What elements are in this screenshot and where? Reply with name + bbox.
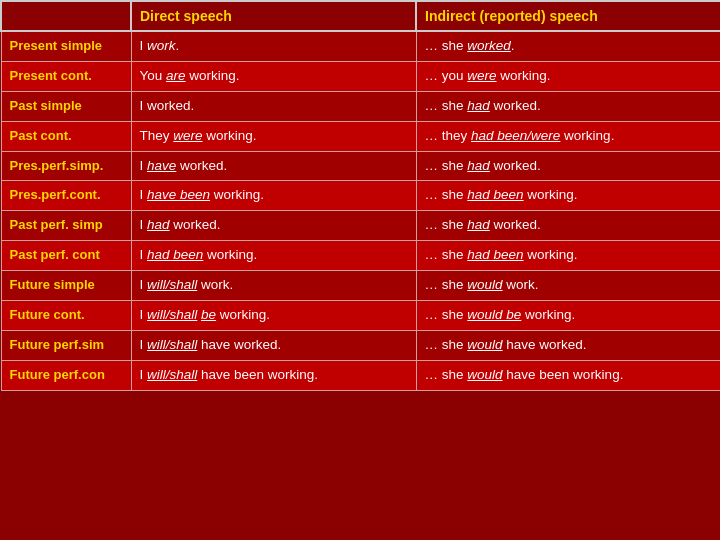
indirect-speech-cell: … she would have worked.	[416, 330, 720, 360]
row-label: Pres.perf.simp.	[1, 151, 131, 181]
header-direct-speech: Direct speech	[131, 1, 416, 31]
direct-speech-cell: You are working.	[131, 61, 416, 91]
direct-speech-cell: I have been working.	[131, 181, 416, 211]
row-label: Present simple	[1, 31, 131, 61]
table-row: Present cont.You are working.… you were …	[1, 61, 720, 91]
grammar-table: Direct speech Indirect (reported) speech…	[0, 0, 720, 391]
table-row: Future cont.I will/shall be working.… sh…	[1, 301, 720, 331]
direct-speech-cell: I will/shall have been working.	[131, 360, 416, 390]
row-label: Pres.perf.cont.	[1, 181, 131, 211]
table-row: Future simpleI will/shall work.… she wou…	[1, 271, 720, 301]
indirect-speech-cell: … she had worked.	[416, 151, 720, 181]
table-row: Present simpleI work.… she worked.	[1, 31, 720, 61]
direct-speech-cell: I work.	[131, 31, 416, 61]
direct-speech-cell: They were working.	[131, 121, 416, 151]
row-label: Future perf.sim	[1, 330, 131, 360]
indirect-speech-cell: … she would be working.	[416, 301, 720, 331]
indirect-speech-cell: … she would work.	[416, 271, 720, 301]
direct-speech-cell: I will/shall be working.	[131, 301, 416, 331]
row-label: Future cont.	[1, 301, 131, 331]
table-row: Pres.perf.cont.I have been working.… she…	[1, 181, 720, 211]
indirect-speech-cell: … she worked.	[416, 31, 720, 61]
row-label: Past perf. simp	[1, 211, 131, 241]
table-row: Pres.perf.simp.I have worked.… she had w…	[1, 151, 720, 181]
direct-speech-cell: I will/shall work.	[131, 271, 416, 301]
indirect-speech-cell: … you were working.	[416, 61, 720, 91]
indirect-speech-cell: … she had been working.	[416, 241, 720, 271]
row-label: Present cont.	[1, 61, 131, 91]
row-label: Past perf. cont	[1, 241, 131, 271]
row-label: Past cont.	[1, 121, 131, 151]
direct-speech-cell: I worked.	[131, 91, 416, 121]
table-row: Past perf. contI had been working.… she …	[1, 241, 720, 271]
header-empty	[1, 1, 131, 31]
header-indirect-speech: Indirect (reported) speech	[416, 1, 720, 31]
table-row: Future perf.simI will/shall have worked.…	[1, 330, 720, 360]
indirect-speech-cell: … she had worked.	[416, 211, 720, 241]
indirect-speech-cell: … she would have been working.	[416, 360, 720, 390]
direct-speech-cell: I will/shall have worked.	[131, 330, 416, 360]
direct-speech-cell: I had been working.	[131, 241, 416, 271]
table-row: Past simpleI worked.… she had worked.	[1, 91, 720, 121]
row-label: Past simple	[1, 91, 131, 121]
row-label: Future simple	[1, 271, 131, 301]
table-row: Past perf. simpI had worked.… she had wo…	[1, 211, 720, 241]
table-row: Future perf.conI will/shall have been wo…	[1, 360, 720, 390]
table-row: Past cont.They were working.… they had b…	[1, 121, 720, 151]
direct-speech-cell: I had worked.	[131, 211, 416, 241]
indirect-speech-cell: … she had been working.	[416, 181, 720, 211]
row-label: Future perf.con	[1, 360, 131, 390]
direct-speech-cell: I have worked.	[131, 151, 416, 181]
indirect-speech-cell: … they had been/were working.	[416, 121, 720, 151]
indirect-speech-cell: … she had worked.	[416, 91, 720, 121]
